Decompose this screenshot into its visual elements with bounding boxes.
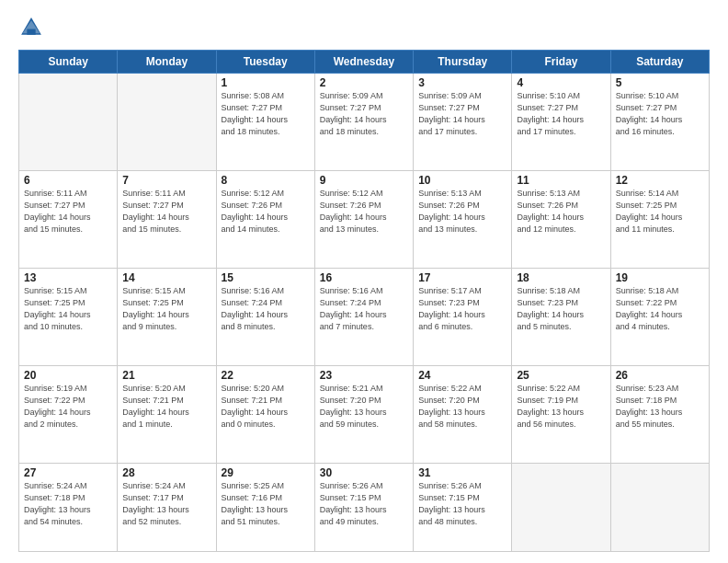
day-number: 4 [517, 76, 605, 89]
day-info: Sunrise: 5:26 AMSunset: 7:15 PMDaylight:… [320, 480, 408, 528]
day-number: 10 [418, 174, 506, 187]
day-number: 1 [222, 76, 310, 89]
day-number: 24 [418, 369, 506, 382]
day-number: 16 [320, 271, 408, 284]
calendar-day-cell [512, 463, 610, 551]
day-number: 21 [122, 369, 210, 382]
day-number: 28 [122, 466, 210, 479]
calendar-day-cell: 18Sunrise: 5:18 AMSunset: 7:23 PMDayligh… [512, 268, 610, 365]
calendar-header-thursday: Thursday [414, 51, 512, 74]
calendar-day-cell: 23Sunrise: 5:21 AMSunset: 7:20 PMDayligh… [314, 365, 413, 463]
calendar-day-cell: 16Sunrise: 5:16 AMSunset: 7:24 PMDayligh… [314, 268, 413, 365]
day-number: 6 [24, 174, 112, 187]
calendar-day-cell: 30Sunrise: 5:26 AMSunset: 7:15 PMDayligh… [314, 463, 413, 551]
calendar-week-row: 1Sunrise: 5:08 AMSunset: 7:27 PMDaylight… [19, 74, 710, 171]
calendar-day-cell: 24Sunrise: 5:22 AMSunset: 7:20 PMDayligh… [414, 365, 512, 463]
calendar-day-cell: 20Sunrise: 5:19 AMSunset: 7:22 PMDayligh… [19, 365, 118, 463]
calendar-day-cell: 12Sunrise: 5:14 AMSunset: 7:25 PMDayligh… [610, 170, 709, 268]
calendar-day-cell: 13Sunrise: 5:15 AMSunset: 7:25 PMDayligh… [19, 268, 118, 365]
calendar-day-cell: 3Sunrise: 5:09 AMSunset: 7:27 PMDaylight… [414, 74, 512, 171]
calendar-header-monday: Monday [118, 51, 216, 74]
day-info: Sunrise: 5:20 AMSunset: 7:21 PMDaylight:… [222, 383, 310, 431]
calendar-day-cell: 21Sunrise: 5:20 AMSunset: 7:21 PMDayligh… [118, 365, 216, 463]
day-info: Sunrise: 5:08 AMSunset: 7:27 PMDaylight:… [222, 90, 310, 138]
day-info: Sunrise: 5:12 AMSunset: 7:26 PMDaylight:… [320, 188, 408, 236]
calendar-day-cell: 28Sunrise: 5:24 AMSunset: 7:17 PMDayligh… [118, 463, 216, 551]
day-number: 18 [517, 271, 605, 284]
calendar-header-saturday: Saturday [610, 51, 709, 74]
logo [18, 15, 48, 40]
day-number: 19 [616, 271, 704, 284]
calendar-day-cell: 11Sunrise: 5:13 AMSunset: 7:26 PMDayligh… [512, 170, 610, 268]
day-info: Sunrise: 5:22 AMSunset: 7:19 PMDaylight:… [517, 383, 605, 431]
calendar-day-cell [118, 74, 216, 171]
day-info: Sunrise: 5:09 AMSunset: 7:27 PMDaylight:… [418, 90, 506, 138]
page: SundayMondayTuesdayWednesdayThursdayFrid… [0, 0, 728, 563]
calendar-day-cell [610, 463, 709, 551]
calendar-day-cell: 27Sunrise: 5:24 AMSunset: 7:18 PMDayligh… [19, 463, 118, 551]
day-info: Sunrise: 5:15 AMSunset: 7:25 PMDaylight:… [122, 285, 210, 333]
day-number: 2 [320, 76, 408, 89]
day-info: Sunrise: 5:16 AMSunset: 7:24 PMDaylight:… [320, 285, 408, 333]
calendar-week-row: 27Sunrise: 5:24 AMSunset: 7:18 PMDayligh… [19, 463, 710, 551]
day-number: 23 [320, 369, 408, 382]
day-info: Sunrise: 5:25 AMSunset: 7:16 PMDaylight:… [222, 480, 310, 528]
day-info: Sunrise: 5:18 AMSunset: 7:23 PMDaylight:… [517, 285, 605, 333]
day-info: Sunrise: 5:16 AMSunset: 7:24 PMDaylight:… [222, 285, 310, 333]
calendar-day-cell: 5Sunrise: 5:10 AMSunset: 7:27 PMDaylight… [610, 74, 709, 171]
calendar-day-cell: 22Sunrise: 5:20 AMSunset: 7:21 PMDayligh… [216, 365, 314, 463]
day-info: Sunrise: 5:12 AMSunset: 7:26 PMDaylight:… [222, 188, 310, 236]
header [18, 15, 710, 40]
calendar-day-cell: 10Sunrise: 5:13 AMSunset: 7:26 PMDayligh… [414, 170, 512, 268]
calendar-week-row: 20Sunrise: 5:19 AMSunset: 7:22 PMDayligh… [19, 365, 710, 463]
calendar-table: SundayMondayTuesdayWednesdayThursdayFrid… [18, 50, 710, 552]
calendar-day-cell: 7Sunrise: 5:11 AMSunset: 7:27 PMDaylight… [118, 170, 216, 268]
day-number: 31 [418, 466, 506, 479]
day-number: 15 [222, 271, 310, 284]
day-info: Sunrise: 5:20 AMSunset: 7:21 PMDaylight:… [122, 383, 210, 431]
calendar-day-cell: 19Sunrise: 5:18 AMSunset: 7:22 PMDayligh… [610, 268, 709, 365]
day-info: Sunrise: 5:10 AMSunset: 7:27 PMDaylight:… [616, 90, 704, 138]
day-info: Sunrise: 5:23 AMSunset: 7:18 PMDaylight:… [616, 383, 704, 431]
calendar-day-cell: 8Sunrise: 5:12 AMSunset: 7:26 PMDaylight… [216, 170, 314, 268]
day-number: 3 [418, 76, 506, 89]
day-info: Sunrise: 5:18 AMSunset: 7:22 PMDaylight:… [616, 285, 704, 333]
day-info: Sunrise: 5:24 AMSunset: 7:17 PMDaylight:… [122, 480, 210, 528]
calendar-day-cell: 6Sunrise: 5:11 AMSunset: 7:27 PMDaylight… [19, 170, 118, 268]
svg-rect-2 [27, 29, 35, 35]
day-info: Sunrise: 5:21 AMSunset: 7:20 PMDaylight:… [320, 383, 408, 431]
day-info: Sunrise: 5:15 AMSunset: 7:25 PMDaylight:… [24, 285, 112, 333]
calendar-day-cell: 9Sunrise: 5:12 AMSunset: 7:26 PMDaylight… [314, 170, 413, 268]
calendar-day-cell: 14Sunrise: 5:15 AMSunset: 7:25 PMDayligh… [118, 268, 216, 365]
calendar-day-cell: 25Sunrise: 5:22 AMSunset: 7:19 PMDayligh… [512, 365, 610, 463]
day-info: Sunrise: 5:14 AMSunset: 7:25 PMDaylight:… [616, 188, 704, 236]
logo-icon [18, 15, 44, 40]
day-number: 8 [222, 174, 310, 187]
day-info: Sunrise: 5:22 AMSunset: 7:20 PMDaylight:… [418, 383, 506, 431]
day-number: 13 [24, 271, 112, 284]
calendar-day-cell: 1Sunrise: 5:08 AMSunset: 7:27 PMDaylight… [216, 74, 314, 171]
day-info: Sunrise: 5:09 AMSunset: 7:27 PMDaylight:… [320, 90, 408, 138]
calendar-day-cell: 2Sunrise: 5:09 AMSunset: 7:27 PMDaylight… [314, 74, 413, 171]
day-number: 30 [320, 466, 408, 479]
day-info: Sunrise: 5:19 AMSunset: 7:22 PMDaylight:… [24, 383, 112, 431]
day-number: 9 [320, 174, 408, 187]
day-info: Sunrise: 5:13 AMSunset: 7:26 PMDaylight:… [418, 188, 506, 236]
calendar-week-row: 13Sunrise: 5:15 AMSunset: 7:25 PMDayligh… [19, 268, 710, 365]
day-info: Sunrise: 5:17 AMSunset: 7:23 PMDaylight:… [418, 285, 506, 333]
calendar-day-cell: 4Sunrise: 5:10 AMSunset: 7:27 PMDaylight… [512, 74, 610, 171]
day-number: 25 [517, 369, 605, 382]
day-number: 20 [24, 369, 112, 382]
day-number: 29 [222, 466, 310, 479]
day-info: Sunrise: 5:13 AMSunset: 7:26 PMDaylight:… [517, 188, 605, 236]
day-number: 5 [616, 76, 704, 89]
day-info: Sunrise: 5:10 AMSunset: 7:27 PMDaylight:… [517, 90, 605, 138]
calendar-header-row: SundayMondayTuesdayWednesdayThursdayFrid… [19, 51, 710, 74]
calendar-day-cell: 29Sunrise: 5:25 AMSunset: 7:16 PMDayligh… [216, 463, 314, 551]
day-number: 27 [24, 466, 112, 479]
day-number: 22 [222, 369, 310, 382]
calendar-day-cell: 26Sunrise: 5:23 AMSunset: 7:18 PMDayligh… [610, 365, 709, 463]
calendar-day-cell: 17Sunrise: 5:17 AMSunset: 7:23 PMDayligh… [414, 268, 512, 365]
day-number: 7 [122, 174, 210, 187]
calendar-header-tuesday: Tuesday [216, 51, 314, 74]
